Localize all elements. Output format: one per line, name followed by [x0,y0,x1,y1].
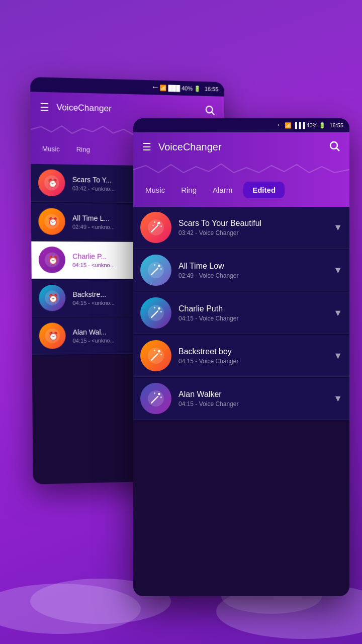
svg-point-18 [154,221,155,223]
search-button-front[interactable] [326,138,342,156]
tab-alarm-front[interactable]: Alarm [206,183,239,197]
song-avatar-4 [140,340,171,371]
song-avatar-back-4: ⏰ [39,285,65,311]
svg-text:⏰: ⏰ [48,293,59,304]
svg-point-29 [154,307,155,308]
search-icon-back [204,104,215,116]
time-back: 16:55 [205,86,218,92]
bluetooth-icon-front: ⭠ [278,122,283,128]
svg-text:⏰: ⏰ [48,331,59,342]
app-title-front: VoiceChanger [158,141,222,153]
song-info-5: Alan Walker 04:15 - Voice Changer [178,390,329,408]
song-meta-2: 02:49 - Voice Changer [178,272,329,279]
svg-line-13 [337,148,340,151]
song-info-1: Scars To Your Beautiful 03:42 - Voice Ch… [178,219,329,236]
svg-text:⏰: ⏰ [48,255,58,266]
tab-ring-back[interactable]: Ring [69,142,97,156]
menu-button-front[interactable]: ☰ [140,139,153,155]
chevron-down-2: ▼ [333,265,342,276]
tab-ring-front[interactable]: Ring [174,183,204,197]
song-list-front: Scars To Your Beautiful 03:42 - Voice Ch… [133,207,349,421]
svg-text:⏰: ⏰ [48,217,58,227]
song-info-3: Charlie Puth 04:15 - Voice Changer [178,304,329,322]
tab-music-back[interactable]: Music [35,141,67,156]
song-item-3[interactable]: Charlie Puth 04:15 - Voice Changer ▼ [133,292,349,334]
song-avatar-1 [140,212,171,243]
chevron-down-1: ▼ [333,222,342,233]
phones-container: ⭠ 📶 ███ 40% 🔋 16:55 ☰ VoiceChanger [18,58,344,586]
tab-music-front[interactable]: Music [138,183,172,197]
svg-point-20 [152,225,153,226]
song-avatar-back-5: ⏰ [39,323,66,349]
song-title-5: Alan Walker [178,390,329,399]
song-title-2: All Time Low [178,262,329,271]
tabs-front: Music Ring Alarm Edited [133,178,349,207]
svg-point-23 [158,265,160,267]
song-avatar-3 [140,297,171,329]
svg-point-30 [160,311,162,312]
chevron-down-5: ▼ [333,393,342,404]
signal-icon-front: ▐▐▐ [293,122,305,128]
song-avatar-2 [140,255,171,286]
phone-front: ⭠ 📶 ▐▐▐ 40% 🔋 16:55 ☰ VoiceChanger [133,118,349,596]
status-icons-front: ⭠ 📶 ▐▐▐ 40% 🔋 16:55 [278,122,343,129]
song-title-3: Charlie Puth [178,304,329,313]
battery-icon-front: 🔋 [319,122,326,129]
chevron-down-3: ▼ [333,308,342,318]
svg-point-28 [158,307,160,310]
svg-point-25 [160,268,162,270]
svg-point-24 [154,264,155,266]
search-button-back[interactable] [202,102,217,120]
song-item-4[interactable]: Backstreet boy 04:15 - Voice Changer ▼ [133,335,349,377]
svg-text:⏰: ⏰ [47,178,58,189]
song-meta-5: 04:15 - Voice Changer [178,400,329,408]
signal-icon: ███ [168,85,180,91]
svg-point-19 [160,225,162,227]
battery-text-front: 40% [306,122,317,128]
svg-point-38 [158,393,160,395]
battery-text: 40% [182,85,193,92]
bluetooth-icon: ⭠ [152,85,158,91]
svg-point-40 [160,396,162,398]
song-avatar-back-1: ⏰ [38,169,65,196]
wifi-icon: 📶 [159,85,166,92]
app-bar-left-back: ☰ VoiceChanger [38,99,112,117]
song-avatar-back-2: ⏰ [38,208,65,234]
song-avatar-back-3: ⏰ [39,247,65,273]
tab-edited-front[interactable]: Edited [243,182,285,198]
app-title-back: VoiceChanger [56,102,112,114]
svg-point-17 [158,222,160,224]
song-item-5[interactable]: Alan Walker 04:15 - Voice Changer ▼ [133,378,349,420]
svg-line-1 [212,112,214,114]
svg-point-33 [158,350,160,353]
song-item-1[interactable]: Scars To Your Beautiful 03:42 - Voice Ch… [133,207,349,249]
svg-point-0 [206,106,213,112]
song-info-4: Backstreet boy 04:15 - Voice Changer [178,347,329,365]
svg-point-12 [330,142,337,149]
battery-icon: 🔋 [194,85,201,92]
song-info-2: All Time Low 02:49 - Voice Changer [178,262,329,279]
svg-point-34 [154,350,155,351]
song-title-4: Backstreet boy [178,347,329,356]
song-meta-1: 03:42 - Voice Changer [178,229,329,236]
svg-point-39 [154,392,155,394]
status-bar-front: ⭠ 📶 ▐▐▐ 40% 🔋 16:55 [133,118,349,132]
app-bar-front: ☰ VoiceChanger [133,132,349,162]
song-title-1: Scars To Your Beautiful [178,219,329,228]
song-meta-4: 04:15 - Voice Changer [178,358,329,365]
chevron-down-4: ▼ [333,351,342,361]
song-meta-3: 04:15 - Voice Changer [178,315,329,322]
menu-button-back[interactable]: ☰ [38,99,51,116]
time-front: 16:55 [329,122,343,128]
song-item-2[interactable]: All Time Low 02:49 - Voice Changer ▼ [133,250,349,291]
svg-point-35 [160,354,162,355]
wifi-icon-front: 📶 [285,122,292,129]
song-avatar-5 [140,383,171,414]
waveform-front [133,162,349,178]
search-icon-front [328,140,340,152]
status-icons-back: ⭠ 📶 ███ 40% 🔋 16:55 [152,84,218,93]
app-bar-left-front: ☰ VoiceChanger [140,139,222,155]
